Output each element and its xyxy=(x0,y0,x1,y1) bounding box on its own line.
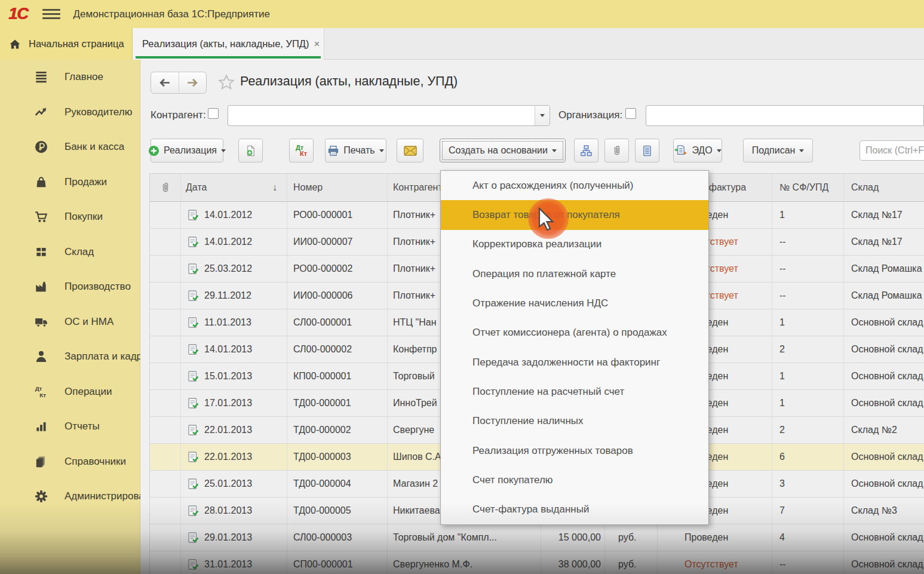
posted-document-icon xyxy=(187,424,199,436)
cart-icon xyxy=(31,210,51,224)
bag-icon xyxy=(31,175,51,189)
posted-document-icon xyxy=(187,263,199,275)
plus-circle-icon xyxy=(148,145,159,156)
edo-button[interactable]: ЭДО xyxy=(673,139,722,162)
window-titlebar: 1С Демонстрационная база 1С:Предприятие xyxy=(0,0,924,28)
posted-document-icon xyxy=(187,478,199,490)
history-nav-group xyxy=(151,72,207,94)
factory-icon xyxy=(31,280,51,294)
copy-document-button[interactable] xyxy=(238,139,263,162)
person-icon xyxy=(31,349,51,364)
context-menu-item[interactable]: Отражение начисления НДС xyxy=(441,288,708,318)
table-row[interactable]: 29.01.2013 СЛ00-000003 Торговый дом "Ком… xyxy=(150,524,924,551)
posted-document-icon xyxy=(187,370,199,382)
context-menu-item[interactable]: Акт о расхождениях (полученный) xyxy=(441,171,708,200)
sidebar-item-ruble[interactable]: Банк и касса xyxy=(0,130,140,165)
posted-document-icon xyxy=(187,532,199,544)
sidebar-item-factory[interactable]: Производство xyxy=(0,269,140,305)
window-title: Демонстрационная база 1С:Предприятие xyxy=(73,8,270,20)
sidebar-item-grid[interactable]: Склад xyxy=(0,235,140,270)
counterparty-filter-label: Контрагент: xyxy=(151,109,206,121)
forward-button[interactable] xyxy=(179,72,207,93)
signed-filter-button[interactable]: Подписан xyxy=(743,139,813,162)
page-plus-icon xyxy=(244,145,257,157)
context-menu-item[interactable]: Счет-фактура выданный xyxy=(441,495,708,524)
create-based-on-menu: Акт о расхождениях (полученный)Возврат т… xyxy=(440,170,709,525)
sidebar-item-person[interactable]: Зарплата и кадры xyxy=(0,339,140,375)
sidebar-item-trend[interactable]: Руководителю xyxy=(0,95,140,130)
posted-document-icon xyxy=(187,343,199,355)
context-menu-item[interactable]: Счет покупателю xyxy=(441,465,708,495)
sidebar-item-menu[interactable]: Главное xyxy=(0,60,140,95)
attachments-button[interactable] xyxy=(604,139,629,162)
sidebar-item-books[interactable]: Справочники xyxy=(0,444,140,480)
tab-close-icon[interactable]: × xyxy=(314,38,320,50)
posted-document-icon xyxy=(187,451,199,463)
warehouse-column-header[interactable]: Склад xyxy=(844,174,924,201)
dt-kt-icon: ДтКт xyxy=(296,145,307,156)
tab-realization[interactable]: Реализация (акты, накладные, УПД) × xyxy=(133,28,324,60)
attachment-column-header[interactable] xyxy=(150,174,181,201)
context-menu-item[interactable]: Возврат товаров от покупателя xyxy=(441,200,708,229)
organization-filter-input[interactable] xyxy=(646,105,924,126)
search-input[interactable] xyxy=(859,140,924,161)
back-button[interactable] xyxy=(151,72,179,93)
sidebar-item-dtkt[interactable]: Операции xyxy=(0,375,140,410)
context-menu-item[interactable]: Поступление наличных xyxy=(441,407,708,436)
context-menu-item[interactable]: Поступление на расчетный счет xyxy=(441,377,708,406)
list-icon xyxy=(641,145,653,157)
page-title: Реализация (акты, накладные, УПД) xyxy=(240,74,458,89)
context-menu-item[interactable]: Передача задолженности на факторинг xyxy=(441,348,708,377)
1c-enterprise-window: 1С Демонстрационная база 1С:Предприятие … xyxy=(0,0,924,574)
counterparty-filter-input[interactable] xyxy=(228,105,550,126)
section-sidebar: Главное Руководителю Банк и касса Продаж… xyxy=(0,60,140,574)
create-based-on-button[interactable]: Создать на основании xyxy=(440,139,566,162)
sidebar-item-gear[interactable]: Администрирование xyxy=(0,479,140,514)
posted-document-icon xyxy=(187,236,199,248)
main-menu-icon[interactable] xyxy=(42,9,60,19)
send-email-button[interactable] xyxy=(397,139,423,162)
tab-home-page[interactable]: Начальная страница xyxy=(0,28,133,60)
home-icon xyxy=(8,38,22,51)
posted-document-icon xyxy=(187,558,199,570)
ruble-icon xyxy=(31,140,51,154)
context-menu-item[interactable]: Отчет комиссионера (агента) о продажах xyxy=(441,318,708,348)
sf-upd-column-header[interactable]: № СФ/УПД xyxy=(772,174,844,201)
posted-document-icon xyxy=(187,317,199,329)
sidebar-item-chart[interactable]: Отчеты xyxy=(0,409,140,444)
date-column-header[interactable]: Дата↓ xyxy=(181,174,287,201)
posted-document-icon xyxy=(187,397,199,409)
show-postings-button[interactable]: ДтКт xyxy=(289,139,314,162)
trend-icon xyxy=(31,105,51,119)
sort-desc-icon: ↓ xyxy=(272,182,277,193)
tab-home-label: Начальная страница xyxy=(29,38,124,50)
menu-icon xyxy=(31,70,51,84)
sidebar-item-truck[interactable]: ОС и НМА xyxy=(0,305,140,340)
tab-bar: Начальная страница Реализация (акты, нак… xyxy=(0,28,924,60)
paperclip-icon xyxy=(159,182,171,194)
posted-document-icon xyxy=(187,505,199,517)
edo-document-icon xyxy=(674,145,687,157)
print-button[interactable]: Печать xyxy=(325,139,386,162)
organization-filter-checkbox[interactable] xyxy=(625,108,636,119)
counterparty-filter-checkbox[interactable] xyxy=(208,108,219,119)
truck-icon xyxy=(31,315,51,329)
structure-icon xyxy=(580,145,593,157)
sidebar-item-cart[interactable]: Покупки xyxy=(0,199,140,235)
favorite-star-icon[interactable] xyxy=(217,73,235,91)
table-row[interactable]: 31.01.2013 СП00-000001 Свергуненко М.Ф. … xyxy=(150,551,924,574)
sidebar-item-bag[interactable]: Продажи xyxy=(0,165,140,200)
paperclip-icon xyxy=(611,145,623,156)
number-column-header[interactable]: Номер xyxy=(287,174,388,201)
register-list-button[interactable] xyxy=(635,139,659,162)
context-menu-item[interactable]: Операция по платежной карте xyxy=(441,259,708,288)
tab-realization-label: Реализация (акты, накладные, УПД) xyxy=(142,38,309,50)
create-realization-button[interactable]: Реализация xyxy=(151,139,223,162)
books-icon xyxy=(31,455,51,469)
context-menu-item[interactable]: Реализация отгруженных товаров xyxy=(441,436,708,465)
grid-icon xyxy=(31,245,51,259)
counterparty-dropdown-icon[interactable] xyxy=(535,106,550,125)
gear-icon xyxy=(31,489,51,504)
context-menu-item[interactable]: Корректировка реализации xyxy=(441,230,708,259)
related-documents-button[interactable] xyxy=(574,139,598,162)
